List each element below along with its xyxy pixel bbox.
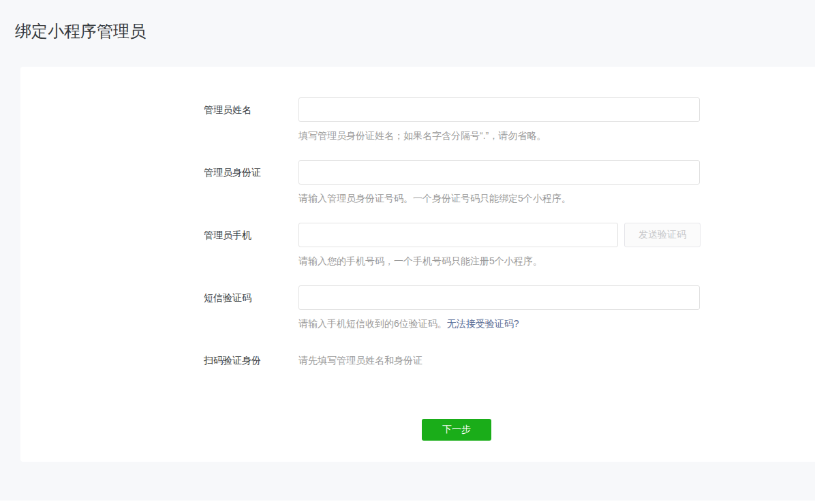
- scan-verify-hint: 请先填写管理员姓名和身份证: [298, 353, 422, 367]
- page-title: 绑定小程序管理员: [15, 20, 146, 42]
- next-step-button[interactable]: 下一步: [422, 419, 491, 441]
- admin-phone-input[interactable]: [298, 223, 618, 247]
- bottom-strip: [0, 501, 815, 504]
- scan-verify-label: 扫码验证身份: [204, 353, 298, 367]
- sms-code-input[interactable]: [298, 285, 700, 310]
- send-code-button[interactable]: 发送验证码: [624, 223, 701, 247]
- admin-phone-helper: 请输入您的手机号码，一个手机号码只能注册5个小程序。: [298, 254, 701, 268]
- sms-code-helper-text: 请输入手机短信收到的6位验证码。: [298, 318, 447, 329]
- admin-idcard-helper: 请输入管理员身份证号码。一个身份证号码只能绑定5个小程序。: [298, 191, 700, 205]
- form-row-scan-verify: 扫码验证身份 请先填写管理员姓名和身份证: [204, 353, 815, 367]
- form-row-sms-code: 短信验证码 请输入手机短信收到的6位验证码。无法接受验证码?: [204, 285, 815, 330]
- admin-phone-label: 管理员手机: [204, 223, 298, 247]
- sms-code-label: 短信验证码: [204, 285, 298, 310]
- admin-idcard-label: 管理员身份证: [204, 160, 298, 185]
- admin-name-helper: 填写管理员身份证姓名；如果名字含分隔号“.”，请勿省略。: [298, 129, 700, 142]
- cannot-receive-code-link[interactable]: 无法接受验证码?: [447, 318, 519, 329]
- admin-name-label: 管理员姓名: [204, 97, 298, 122]
- form-row-admin-name: 管理员姓名 填写管理员身份证姓名；如果名字含分隔号“.”，请勿省略。: [204, 97, 815, 142]
- admin-idcard-input[interactable]: [298, 160, 700, 185]
- admin-name-input[interactable]: [298, 97, 700, 122]
- form-card: 管理员姓名 填写管理员身份证姓名；如果名字含分隔号“.”，请勿省略。 管理员身份…: [20, 67, 815, 462]
- form-row-admin-idcard: 管理员身份证 请输入管理员身份证号码。一个身份证号码只能绑定5个小程序。: [204, 160, 815, 205]
- sms-code-helper: 请输入手机短信收到的6位验证码。无法接受验证码?: [298, 317, 700, 330]
- form-row-admin-phone: 管理员手机 发送验证码 请输入您的手机号码，一个手机号码只能注册5个小程序。: [204, 223, 815, 268]
